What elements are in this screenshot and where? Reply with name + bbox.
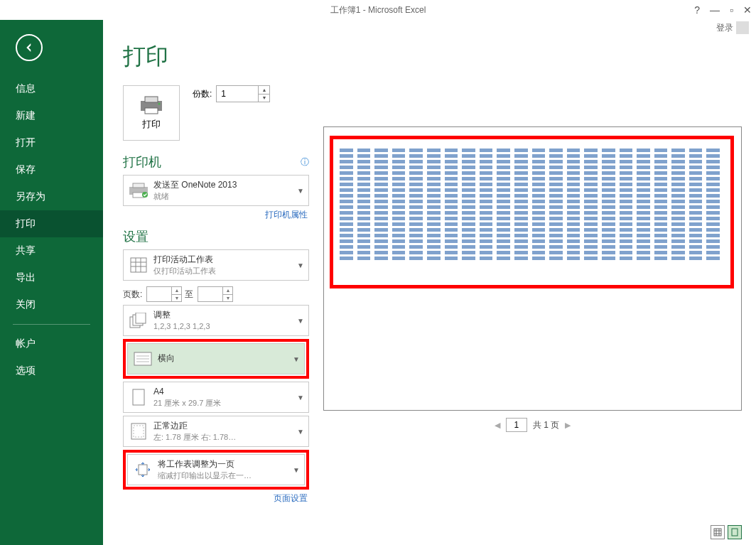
collation-select[interactable]: 调整 1,2,3 1,2,3 1,2,3 ▼ [123, 305, 309, 336]
zoom-to-page-button[interactable] [728, 525, 742, 539]
nav-open[interactable]: 打开 [0, 129, 103, 156]
printer-device-icon [128, 180, 149, 201]
print-button[interactable]: 打印 [123, 85, 180, 141]
nav-share[interactable]: 共享 [0, 237, 103, 264]
copies-up-icon[interactable]: ▲ [259, 86, 269, 95]
print-settings-column: 打印 打印 份数: ▲ [123, 41, 309, 545]
title-bar: 工作簿1 - Microsoft Excel ? — ▫ ✕ [0, 0, 756, 20]
scaling-select[interactable]: 将工作表调整为一页 缩减打印输出以显示在一… ▼ [127, 454, 305, 485]
back-button[interactable] [16, 34, 43, 61]
pager-prev-icon[interactable]: ◀ [495, 421, 500, 430]
page-to-input[interactable]: ▲▼ [198, 286, 233, 302]
nav-info[interactable]: 信息 [0, 75, 103, 102]
svg-rect-20 [133, 389, 144, 405]
collate-icon [128, 310, 149, 331]
print-button-label: 打印 [142, 118, 161, 131]
pages-to-label: 至 [185, 288, 195, 301]
chevron-down-icon: ▼ [294, 428, 304, 436]
window-controls: ? — ▫ ✕ [694, 4, 752, 16]
sheets-icon [128, 254, 149, 276]
preview-page [323, 126, 742, 411]
chevron-down-icon: ▼ [290, 466, 300, 474]
copies-stepper[interactable]: ▲ ▼ [216, 85, 270, 102]
nav-new[interactable]: 新建 [0, 102, 103, 129]
minimize-icon[interactable]: — [710, 4, 720, 16]
preview-zoom-controls [711, 525, 742, 539]
svg-rect-1 [145, 97, 158, 102]
printer-name: 发送至 OneNote 2013 [153, 180, 294, 191]
nav-close[interactable]: 关闭 [0, 291, 103, 318]
printer-select[interactable]: 发送至 OneNote 2013 就绪 ▼ [123, 175, 309, 206]
svg-rect-23 [139, 465, 147, 475]
pages-label: 页数: [123, 288, 144, 301]
printer-icon [139, 95, 163, 115]
nav-print[interactable]: 打印 [0, 210, 103, 237]
preview-content [340, 149, 720, 262]
scaling-highlight: 将工作表调整为一页 缩减打印输出以显示在一… ▼ [123, 450, 309, 490]
show-margins-button[interactable] [711, 525, 725, 539]
fit-page-icon [132, 459, 153, 480]
page-from-input[interactable]: ▲▼ [146, 286, 182, 302]
svg-point-7 [142, 192, 148, 198]
copies-label: 份数: [193, 88, 212, 100]
paper-icon [128, 387, 149, 408]
nav-options[interactable]: 选项 [0, 357, 103, 384]
pager-total: 共 1 页 [533, 419, 559, 431]
chevron-down-icon: ▼ [294, 317, 304, 325]
chevron-down-icon: ▼ [294, 261, 304, 269]
nav-saveas[interactable]: 另存为 [0, 183, 103, 210]
page-range-row: 页数: ▲▼ 至 ▲▼ [123, 284, 309, 305]
pager-current-input[interactable] [506, 418, 527, 432]
backstage-sidebar: 信息 新建 打开 保存 另存为 打印 共享 导出 关闭 帐户 选项 [0, 20, 103, 545]
pager-next-icon[interactable]: ▶ [565, 421, 571, 430]
close-icon[interactable]: ✕ [743, 4, 752, 16]
orientation-select[interactable]: 横向 ▼ [127, 343, 305, 374]
window-title: 工作簿1 - Microsoft Excel [330, 4, 426, 16]
help-icon[interactable]: ? [694, 4, 700, 16]
paper-size-select[interactable]: A4 21 厘米 x 29.7 厘米 ▼ [123, 382, 309, 413]
page-title: 打印 [123, 41, 309, 72]
svg-rect-29 [732, 529, 738, 536]
printer-heading: 打印机 ⓘ [123, 153, 309, 171]
nav-account[interactable]: 帐户 [0, 330, 103, 357]
margins-select[interactable]: 正常边距 左: 1.78 厘米 右: 1.78… ▼ [123, 416, 309, 447]
nav-separator [13, 324, 90, 325]
page-setup-link[interactable]: 页面设置 [123, 492, 308, 504]
chevron-down-icon: ▼ [290, 355, 300, 363]
copies-down-icon[interactable]: ▼ [259, 95, 269, 102]
printer-info-icon[interactable]: ⓘ [301, 156, 309, 168]
preview-pager: ◀ 共 1 页 ▶ [323, 411, 742, 439]
margins-icon [128, 421, 149, 442]
chevron-down-icon: ▼ [294, 187, 304, 195]
nav-export[interactable]: 导出 [0, 264, 103, 291]
restore-icon[interactable]: ▫ [730, 4, 733, 16]
print-preview-column: ◀ 共 1 页 ▶ [323, 41, 742, 545]
print-what-select[interactable]: 打印活动工作表 仅打印活动工作表 ▼ [123, 249, 309, 281]
svg-rect-24 [714, 529, 721, 536]
svg-rect-8 [131, 258, 146, 272]
chevron-down-icon: ▼ [294, 394, 304, 401]
printer-properties-link[interactable]: 打印机属性 [123, 209, 308, 221]
svg-rect-15 [136, 313, 146, 323]
svg-rect-5 [133, 183, 144, 188]
nav-save[interactable]: 保存 [0, 156, 103, 183]
copies-input[interactable] [217, 86, 258, 102]
orientation-highlight: 横向 ▼ [123, 339, 309, 379]
printer-status: 就绪 [153, 191, 294, 201]
svg-rect-2 [145, 108, 158, 114]
svg-point-3 [158, 103, 161, 105]
landscape-icon [132, 348, 153, 369]
settings-heading: 设置 [123, 228, 309, 245]
